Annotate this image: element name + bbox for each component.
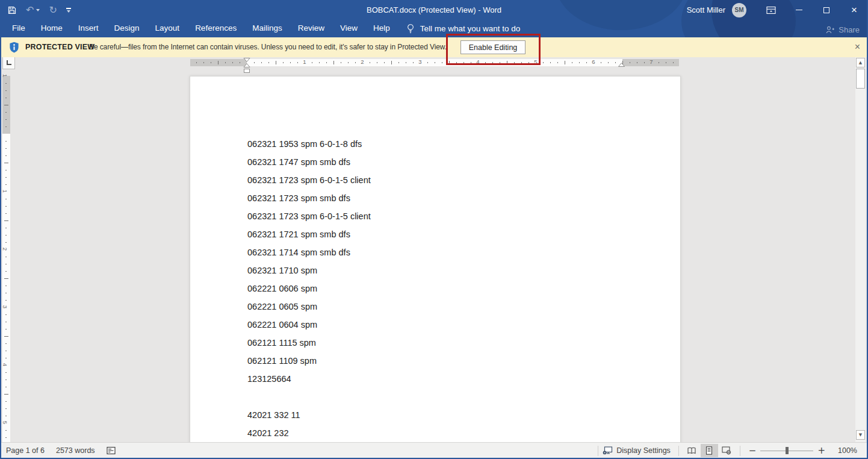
share-button[interactable]: Share [826, 23, 860, 36]
ruler-tick [5, 401, 7, 402]
left-indent-markers[interactable] [243, 57, 251, 73]
ruler-tick [225, 62, 226, 63]
tab-view[interactable]: View [332, 20, 365, 37]
right-indent-marker[interactable] [618, 62, 625, 67]
undo-icon: ↶ [26, 5, 34, 15]
ruler-tick [4, 220, 8, 221]
ruler-tick [5, 155, 7, 156]
ruler-tick [565, 61, 565, 64]
tell-me-box[interactable]: Tell me what you want to do [406, 23, 521, 34]
doc-line: 062321 1723 spm smb dfs [247, 189, 633, 207]
ruler-tick [4, 163, 8, 163]
ruler-number: 6 [592, 58, 595, 65]
scrollbar-thumb[interactable] [856, 69, 865, 89]
ruler-tick [5, 437, 7, 438]
tab-help[interactable]: Help [365, 20, 398, 37]
word-count[interactable]: 2573 words [56, 446, 95, 455]
ruler-tick [5, 83, 7, 84]
display-settings-button[interactable]: Display Settings [603, 446, 671, 455]
doc-line: 42021 232 [247, 424, 633, 442]
tab-design[interactable]: Design [107, 20, 147, 37]
ruler-tick [5, 148, 7, 149]
ruler-tick [5, 184, 7, 185]
customize-quick-access-toolbar-button[interactable] [66, 8, 71, 13]
tab-insert[interactable]: Insert [70, 20, 107, 37]
statusbar-separator [598, 446, 598, 456]
avatar[interactable]: SM [732, 3, 746, 17]
ruler-number: 5 [2, 421, 8, 424]
undo-button[interactable]: ↶ [26, 5, 40, 15]
ruler-tick [283, 62, 284, 63]
ruler-tick [261, 62, 262, 63]
status-bar-right: Display Settings − [594, 443, 857, 458]
zoom-in-button[interactable]: + [813, 445, 829, 456]
page-indicator[interactable]: Page 1 of 6 [6, 446, 45, 455]
vertical-scrollbar[interactable]: ▲ ▼ [855, 57, 866, 442]
ruler-tick [240, 62, 240, 63]
tab-mailings[interactable]: Mailings [244, 20, 290, 37]
ruler-tick [5, 372, 7, 373]
ruler-number: 5 [534, 58, 537, 65]
tab-stop-selector-button[interactable] [2, 57, 15, 69]
ruler-tick [5, 206, 7, 207]
account-user-name[interactable]: Scott Miller [687, 5, 725, 14]
ruler-tick [529, 62, 529, 63]
web-layout-icon [722, 446, 731, 455]
print-layout-icon [705, 446, 713, 455]
ribbon-display-options-button[interactable] [757, 0, 785, 20]
display-settings-icon [603, 446, 613, 455]
ruler-tick [5, 242, 7, 243]
banner-close-icon[interactable]: × [852, 37, 863, 57]
doc-line: 062321 1723 spm 6-0-1-5 client [247, 207, 633, 225]
zoom-out-button[interactable]: − [745, 445, 761, 456]
minimize-button[interactable] [785, 0, 813, 20]
status-bar-left: Page 1 of 6 2573 words [0, 443, 128, 458]
enable-editing-button[interactable]: Enable Editing [460, 40, 525, 54]
scroll-down-button[interactable]: ▼ [856, 430, 865, 440]
scroll-up-button[interactable]: ▲ [856, 58, 865, 67]
ruler-tick [4, 394, 8, 395]
tab-file[interactable]: File [4, 20, 33, 37]
ruler-tick [5, 257, 7, 257]
ruler-tick [471, 62, 471, 63]
redo-button[interactable]: ↻ [49, 5, 57, 15]
ruler-tick [5, 228, 7, 228]
ruler-tick [5, 264, 7, 264]
web-layout-button[interactable] [718, 444, 736, 457]
save-button[interactable] [7, 5, 17, 15]
ruler-tick [507, 61, 507, 64]
zoom-slider[interactable] [760, 446, 813, 455]
print-layout-button[interactable] [701, 444, 718, 457]
ruler-number: 1 [2, 74, 8, 77]
document-text: 062321 1953 spm 6-0-1-8 dfs062321 1747 s… [247, 135, 633, 442]
zoom-slider-thumb[interactable] [786, 447, 789, 454]
doc-line: 062321 1747 spm smb dfs [247, 153, 633, 171]
tab-layout[interactable]: Layout [147, 20, 188, 37]
ruler-tick [377, 62, 377, 63]
doc-line: 062321 1710 spm [247, 261, 633, 279]
ruler-tick [5, 98, 7, 98]
ruler-tick [442, 62, 442, 63]
tab-home[interactable]: Home [33, 20, 70, 37]
read-mode-button[interactable] [683, 444, 701, 457]
titlebar-right-controls: Scott Miller SM × [687, 0, 868, 20]
ruler-tick [608, 62, 609, 63]
window-border [0, 0, 1, 459]
doc-line: 062321 1721 spm smb dfs [247, 225, 633, 243]
tab-review[interactable]: Review [290, 20, 332, 37]
close-button[interactable]: × [840, 0, 868, 20]
ruler-tick [319, 62, 320, 63]
ruler-tick [637, 62, 637, 63]
ruler-tick [449, 61, 450, 64]
ruler-tick [5, 177, 7, 178]
doc-line: 062121 1109 spm [247, 352, 633, 370]
ruler-number: 1 [2, 190, 8, 193]
zoom-level[interactable]: 100% [835, 446, 857, 455]
doc-line: 062121 1115 spm [247, 334, 633, 352]
tab-references[interactable]: References [187, 20, 244, 37]
ruler-tick [232, 62, 233, 63]
proofing-status-button[interactable] [107, 446, 116, 455]
tell-me-label: Tell me what you want to do [420, 24, 521, 33]
maximize-button[interactable] [813, 0, 840, 20]
doc-line: 062221 0604 spm [247, 316, 633, 334]
